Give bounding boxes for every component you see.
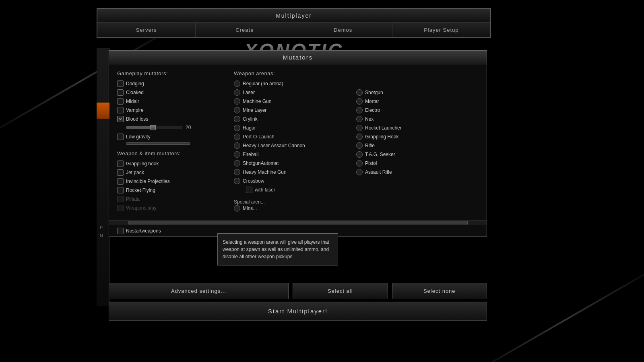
checkbox-rocket-flying[interactable] [117,187,124,193]
mutator-crossbow[interactable]: Crossbow [234,178,356,184]
mutator-grappling-hook[interactable]: Grappling hook [117,160,230,167]
mutator-blood-loss[interactable]: Blood loss [117,116,230,122]
label-pistol: Pistol [365,160,377,166]
mutator-low-gravity[interactable]: Low gravity [117,134,230,140]
advanced-settings-button[interactable]: Advanced settings... [109,283,289,299]
checkbox-regular[interactable] [234,80,240,87]
special-section: Special aren... Mins... [234,198,479,212]
side-left [97,48,109,306]
checkbox-electro[interactable] [356,107,363,113]
mutator-electro[interactable]: Electro [356,107,479,113]
mutator-mortar[interactable]: Mortar [356,98,479,105]
mutator-grappling-hook-arena[interactable]: Grappling Hook [356,134,479,140]
checkbox-jet-pack[interactable] [117,169,124,176]
label-nex: Nex [365,116,374,122]
weapon-arenas-label: Weapon arenas: [234,70,479,76]
scrollbar-thumb[interactable] [128,221,468,224]
col2-items: Shotgun Mortar Electro Nex [356,89,479,195]
mutator-invincible-proj[interactable]: Invincible Projectiles [117,178,230,185]
mutator-heavy-machine-gun[interactable]: Heavy Machine Gun [234,169,356,175]
checkbox-rifle[interactable] [356,142,363,149]
label-with-laser: with laser [255,187,275,193]
mutator-tag-seeker[interactable]: T.A.G. Seeker [356,151,479,158]
checkbox-no-start-weapons[interactable] [117,228,124,234]
checkbox-grappling-hook[interactable] [117,160,124,167]
mutator-fireball[interactable]: Fireball [234,151,356,158]
side-letter-p: P [100,225,103,230]
checkbox-rocket-launcher[interactable] [356,125,363,131]
checkbox-pinata[interactable] [117,196,124,202]
col1-items: Laser Machine Gun Mine Layer Crylin [234,89,356,195]
checkbox-blood-loss[interactable] [117,116,124,122]
mutator-machine-gun[interactable]: Machine Gun [234,98,356,105]
checkbox-crylink[interactable] [234,116,240,122]
mutator-hlac[interactable]: Heavy Laser Assault Cannon [234,142,356,149]
checkbox-invincible-proj[interactable] [117,178,124,185]
label-tag-seeker: T.A.G. Seeker [365,152,395,157]
mutator-hagar[interactable]: Hagar [234,125,356,131]
blood-loss-slider[interactable] [126,126,182,129]
mutator-pinata[interactable]: Piñata [117,196,230,202]
checkbox-fireball[interactable] [234,151,240,158]
checkbox-weapons-stay[interactable] [117,205,124,211]
checkbox-low-gravity[interactable] [117,134,124,140]
checkbox-shotgun-automat[interactable] [234,160,240,167]
mutator-shotgun-automat[interactable]: ShotgunAutomat [234,160,356,167]
checkbox-shotgun[interactable] [356,89,363,96]
label-no-start-weapons: Nostartweapons [126,228,161,234]
checkbox-mortar[interactable] [356,98,363,105]
tab-create[interactable]: Create [196,23,294,37]
checkbox-laser[interactable] [234,89,240,96]
mutator-mins[interactable]: Mins... [234,205,479,212]
mutator-shotgun[interactable]: Shotgun [356,89,479,96]
mutator-crylink[interactable]: Crylink [234,116,356,122]
checkbox-port-o-launch[interactable] [234,134,240,140]
mutator-rifle[interactable]: Rifle [356,142,479,149]
checkbox-vampire[interactable] [117,107,124,113]
checkbox-mine-layer[interactable] [234,107,240,113]
checkbox-cloaked[interactable] [117,89,124,96]
mutator-rocket-flying[interactable]: Rocket Flying [117,187,230,193]
start-multiplayer-button[interactable]: Start Multiplayer! [109,302,487,321]
mutator-pistol[interactable]: Pistol [356,160,479,167]
mutator-port-o-launch[interactable]: Port-O-Launch [234,134,356,140]
checkbox-assault-rifle[interactable] [356,169,363,175]
checkbox-crossbow[interactable] [234,178,240,184]
mutator-mine-layer[interactable]: Mine Layer [234,107,356,113]
checkbox-dodging[interactable] [117,80,124,87]
mutator-weapons-stay[interactable]: Weapons stay [117,205,230,211]
checkbox-nex[interactable] [356,116,363,122]
checkbox-heavy-machine-gun[interactable] [234,169,240,175]
checkbox-machine-gun[interactable] [234,98,240,105]
mutator-regular[interactable]: Regular (no arena) [234,80,479,87]
weapon-item-section: Weapon & item mutators: Grappling hook J… [117,150,230,211]
checkbox-hlac[interactable] [234,142,240,149]
checkbox-midair[interactable] [117,98,124,105]
mutator-jet-pack[interactable]: Jet pack [117,169,230,176]
mutator-vampire[interactable]: Vampire [117,107,230,113]
label-cloaked: Cloaked [126,90,144,95]
mutator-with-laser[interactable]: with laser [246,187,356,193]
label-dodging: Dodging [126,81,144,86]
checkbox-with-laser[interactable] [246,187,252,193]
tab-demos[interactable]: Demos [294,23,392,37]
checkbox-tag-seeker[interactable] [356,151,363,158]
tab-servers[interactable]: Servers [97,23,196,37]
mutator-cloaked[interactable]: Cloaked [117,89,230,96]
dialog-scrollbar[interactable] [109,220,487,225]
mutator-midair[interactable]: Midair [117,98,230,105]
mutator-rocket-launcher[interactable]: Rocket Launcher [356,125,479,131]
checkbox-mins[interactable] [234,205,240,212]
mutator-laser[interactable]: Laser [234,89,356,96]
gravity-slider[interactable] [126,142,190,145]
select-all-button[interactable]: Select all [293,283,388,299]
checkbox-hagar[interactable] [234,125,240,131]
checkbox-pistol[interactable] [356,160,363,167]
select-none-button[interactable]: Select none [392,283,487,299]
mutator-dodging[interactable]: Dodging [117,80,230,87]
mutator-assault-rifle[interactable]: Assault Rifle [356,169,479,175]
mutator-nex[interactable]: Nex [356,116,479,122]
tab-player-setup[interactable]: Player Setup [392,23,490,37]
checkbox-grappling-hook-arena[interactable] [356,134,363,140]
label-regular: Regular (no arena) [243,81,283,86]
